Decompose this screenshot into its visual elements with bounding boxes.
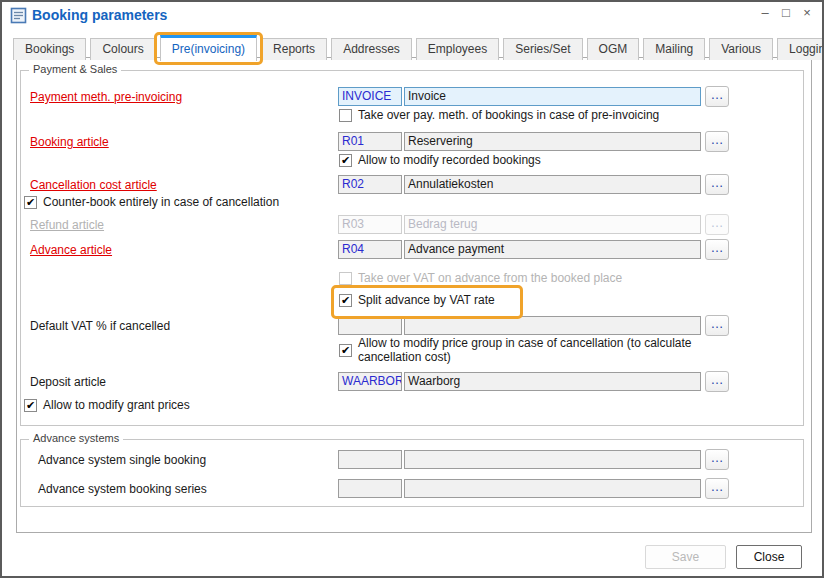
checkbox-label: Take over VAT on advance from the booked… — [358, 271, 622, 285]
cancellation-article-code-input[interactable]: R02 — [338, 175, 402, 194]
default-vat-code-input[interactable] — [338, 316, 402, 335]
allow-modify-bookings-checkbox[interactable]: ✔ Allow to modify recorded bookings — [339, 153, 541, 167]
payment-sales-group-title: Payment & Sales — [29, 63, 121, 75]
deposit-article-desc-input[interactable]: Waarborg — [404, 372, 701, 391]
allow-modify-price-group-checkbox[interactable]: ✔ Allow to modify price group in case of… — [339, 336, 723, 364]
advance-article-link[interactable]: Advance article — [30, 243, 112, 257]
tab-pre-invoicing[interactable]: Pre(invoicing) — [160, 35, 257, 61]
deposit-article-label: Deposit article — [30, 375, 106, 389]
tab-employees[interactable]: Employees — [416, 38, 499, 60]
save-button[interactable]: Save — [645, 545, 726, 569]
checkbox-label: Take over pay. meth. of bookings in case… — [358, 108, 659, 122]
advance-systems-group-title: Advance systems — [29, 432, 123, 444]
take-over-vat-checkbox: Take over VAT on advance from the booked… — [339, 271, 622, 285]
checkbox-label: Allow to modify recorded bookings — [358, 153, 541, 167]
tab-bookings[interactable]: Bookings — [13, 38, 86, 60]
default-vat-desc-input[interactable] — [404, 316, 701, 335]
deposit-article-lookup-button[interactable]: … — [705, 371, 729, 392]
payment-method-link[interactable]: Payment meth. pre-invoicing — [30, 90, 182, 104]
split-advance-checkbox[interactable]: ✔ Split advance by VAT rate — [339, 293, 495, 307]
checkbox-checked-icon: ✔ — [339, 154, 352, 167]
booking-article-link[interactable]: Booking article — [30, 135, 109, 149]
advance-booking-series-code-input[interactable] — [338, 479, 402, 498]
tab-reports[interactable]: Reports — [261, 38, 327, 60]
advance-booking-series-lookup-button[interactable]: … — [705, 478, 729, 499]
default-vat-label: Default VAT % if cancelled — [30, 319, 170, 333]
counter-book-checkbox[interactable]: ✔ Counter-book entirely in case of cance… — [24, 195, 279, 209]
tab-bar: Bookings Colours Pre(invoicing) Reports … — [13, 35, 824, 60]
checkbox-checked-icon: ✔ — [24, 399, 37, 412]
payment-method-code-input[interactable]: INVOICE — [338, 87, 402, 106]
tab-series-set[interactable]: Series/Set — [503, 38, 582, 60]
advance-article-desc-input[interactable]: Advance payment — [404, 240, 701, 259]
advance-booking-series-desc-input[interactable] — [404, 479, 701, 498]
maximize-icon[interactable]: □ — [779, 5, 793, 21]
window-icon — [10, 7, 27, 24]
checkbox-label: Allow to modify price group in case of c… — [358, 336, 723, 364]
checkbox-label: Split advance by VAT rate — [358, 293, 495, 307]
minimize-icon[interactable]: – — [758, 5, 772, 21]
take-over-payment-checkbox[interactable]: Take over pay. meth. of bookings in case… — [339, 108, 659, 122]
cancellation-article-lookup-button[interactable]: … — [705, 174, 729, 195]
checkbox-label: Counter-book entirely in case of cancell… — [43, 195, 279, 209]
checkbox-checked-icon: ✔ — [339, 294, 352, 307]
close-button[interactable]: Close — [736, 545, 802, 569]
cancellation-article-desc-input[interactable]: Annulatiekosten — [404, 175, 701, 194]
checkbox-checked-icon: ✔ — [339, 344, 352, 357]
tab-colours[interactable]: Colours — [90, 38, 155, 60]
advance-single-booking-desc-input[interactable] — [404, 450, 701, 469]
window-controls: – □ × — [758, 5, 814, 21]
booking-article-desc-input[interactable]: Reservering — [404, 132, 701, 151]
advance-single-booking-lookup-button[interactable]: … — [705, 449, 729, 470]
close-icon[interactable]: × — [800, 5, 814, 21]
refund-article-link: Refund article — [30, 218, 104, 232]
advance-single-booking-code-input[interactable] — [338, 450, 402, 469]
booking-parameters-dialog: Booking parameters – □ × Bookings Colour… — [0, 0, 824, 578]
tab-pre-invoicing-label: Pre(invoicing) — [172, 42, 245, 56]
advance-booking-series-label: Advance system booking series — [38, 482, 207, 496]
booking-article-code-input[interactable]: R01 — [338, 132, 402, 151]
checkbox-unchecked-icon — [339, 109, 352, 122]
tab-ogm[interactable]: OGM — [587, 38, 640, 60]
advance-article-lookup-button[interactable]: … — [705, 239, 729, 260]
tab-addresses[interactable]: Addresses — [331, 38, 412, 60]
window-title: Booking parameters — [32, 7, 167, 23]
tab-mailing[interactable]: Mailing — [643, 38, 705, 60]
advance-article-code-input[interactable]: R04 — [338, 240, 402, 259]
tab-various[interactable]: Various — [709, 38, 773, 60]
checkbox-label: Allow to modify grant prices — [43, 398, 190, 412]
default-vat-lookup-button[interactable]: … — [705, 315, 729, 336]
allow-modify-grant-checkbox[interactable]: ✔ Allow to modify grant prices — [24, 398, 190, 412]
booking-article-lookup-button[interactable]: … — [705, 131, 729, 152]
checkbox-checked-icon: ✔ — [24, 196, 37, 209]
deposit-article-code-input[interactable]: WAARBOR — [338, 372, 402, 391]
payment-method-lookup-button[interactable]: … — [705, 86, 729, 107]
refund-article-lookup-button: … — [705, 214, 729, 235]
refund-article-desc-input: Bedrag terug — [404, 215, 701, 234]
refund-article-code-input: R03 — [338, 215, 402, 234]
tab-logging[interactable]: Logging — [777, 38, 824, 60]
checkbox-unchecked-icon — [339, 272, 352, 285]
advance-single-booking-label: Advance system single booking — [38, 453, 206, 467]
cancellation-article-link[interactable]: Cancellation cost article — [30, 178, 157, 192]
payment-method-desc-input[interactable]: Invoice — [404, 87, 701, 106]
